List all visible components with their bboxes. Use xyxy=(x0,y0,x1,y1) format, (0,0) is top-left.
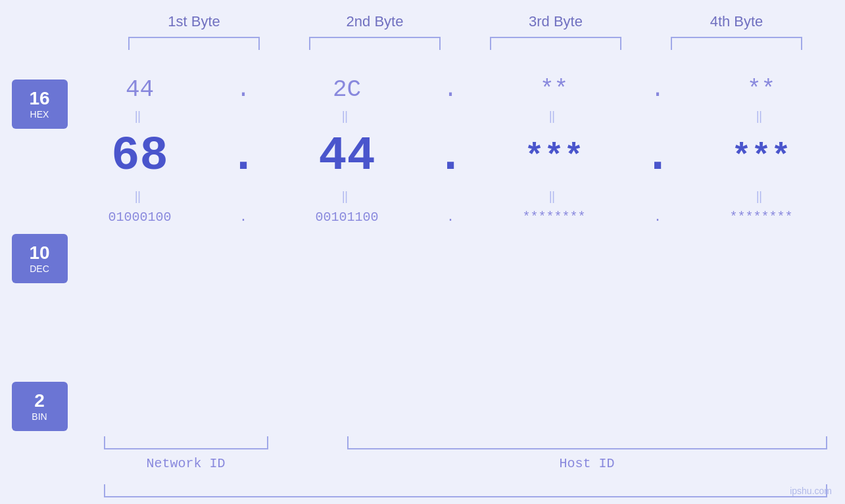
bin-dot-3: . xyxy=(641,210,674,225)
dec-name: DEC xyxy=(30,263,49,274)
host-bracket xyxy=(347,436,827,449)
hex-label: 16 HEX xyxy=(12,80,68,129)
class-bracket xyxy=(104,484,827,497)
hex-dot-2: . xyxy=(434,76,467,103)
top-brackets xyxy=(104,37,827,50)
hex-b1: 44 xyxy=(68,76,212,103)
bottom-brackets xyxy=(104,436,827,449)
sep-2-b4: ‖ xyxy=(689,189,834,204)
bin-dot-2: . xyxy=(434,210,467,225)
byte-headers: 1st Byte 2nd Byte 3rd Byte 4th Byte xyxy=(104,13,827,30)
hex-b2: 2C xyxy=(275,76,420,103)
bin-row: 01000100 . 00101100 . ******** . xyxy=(68,210,834,225)
dec-b4: *** xyxy=(689,138,834,175)
bin-b4: ******** xyxy=(689,210,834,225)
sep-row-1: ‖ ‖ ‖ ‖ xyxy=(68,103,834,129)
hex-dot-3: . xyxy=(641,76,674,103)
watermark: ipshu.com xyxy=(790,486,832,496)
dec-dot-3: . xyxy=(641,129,674,183)
top-bracket-4 xyxy=(671,37,802,50)
dec-row: 68 . 44 . *** . *** xyxy=(68,129,834,183)
main-container: 1st Byte 2nd Byte 3rd Byte 4th Byte 16 H… xyxy=(0,0,845,504)
dec-b3: *** xyxy=(482,138,627,175)
dec-label: 10 DEC xyxy=(12,234,68,283)
bin-b1: 01000100 xyxy=(68,210,212,225)
top-bracket-3 xyxy=(490,37,621,50)
top-bracket-2 xyxy=(309,37,441,50)
bin-b3: ******** xyxy=(482,210,627,225)
dec-b2: 44 xyxy=(275,129,420,183)
bin-num: 2 xyxy=(34,391,45,411)
bin-name: BIN xyxy=(32,411,47,422)
top-bracket-1 xyxy=(128,37,260,50)
hex-b3: ** xyxy=(482,76,627,103)
base-labels: 16 HEX 10 DEC 2 BIN xyxy=(12,70,68,431)
byte2-header: 2nd Byte xyxy=(302,13,447,30)
id-labels: Network ID Host ID xyxy=(104,456,827,471)
content-area: 16 HEX 10 DEC 2 BIN 44 . xyxy=(12,70,834,431)
sep-1-b1: ‖ xyxy=(68,109,212,124)
sep-row-2: ‖ ‖ ‖ ‖ xyxy=(68,183,834,210)
hex-b4: ** xyxy=(689,76,834,103)
network-bracket xyxy=(104,436,268,449)
class-bracket-row xyxy=(104,484,827,497)
sep-2-b1: ‖ xyxy=(68,189,212,204)
host-id-label: Host ID xyxy=(347,456,827,471)
byte4-header: 4th Byte xyxy=(664,13,809,30)
sep-1-b2: ‖ xyxy=(275,109,420,124)
hex-name: HEX xyxy=(30,109,49,120)
dec-dot-2: . xyxy=(434,129,467,183)
bin-b2: 00101100 xyxy=(275,210,420,225)
sep-2-b3: ‖ xyxy=(482,189,627,204)
hex-row: 44 . 2C . ** . ** xyxy=(68,76,834,103)
dec-dot-1: . xyxy=(227,129,260,183)
network-id-label: Network ID xyxy=(104,456,268,471)
hex-num: 16 xyxy=(29,89,49,109)
sep-1-b3: ‖ xyxy=(482,109,627,124)
bin-label: 2 BIN xyxy=(12,382,68,431)
dec-num: 10 xyxy=(29,243,49,263)
hex-dot-1: . xyxy=(227,76,260,103)
values-grid: 44 . 2C . ** . ** xyxy=(68,70,834,225)
sep-2-b2: ‖ xyxy=(275,189,420,204)
sep-1-b4: ‖ xyxy=(689,109,834,124)
bin-dot-1: . xyxy=(227,210,260,225)
byte1-header: 1st Byte xyxy=(122,13,266,30)
byte3-header: 3rd Byte xyxy=(483,13,628,30)
dec-b1: 68 xyxy=(68,129,212,183)
